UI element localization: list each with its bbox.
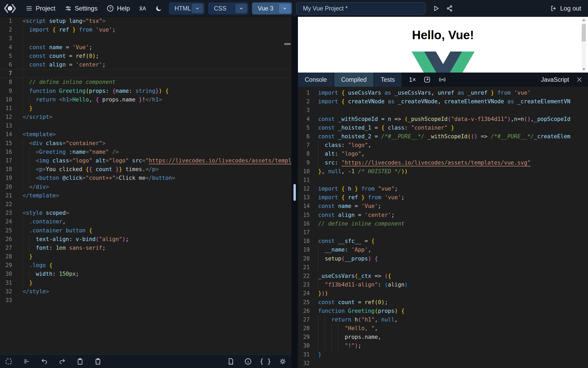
code-line: 21 [298, 263, 588, 272]
undo-button[interactable] [40, 357, 48, 365]
css-editor-select[interactable]: CSS [208, 2, 248, 14]
close-icon [576, 76, 583, 83]
project-menu-label: Project [36, 5, 55, 12]
line-number: 22 [298, 272, 310, 280]
code-line: 32 [298, 359, 588, 368]
script-editor-select[interactable]: Vue 3 [252, 2, 292, 14]
code-line: 22_useCssVars(_ctx => ({ [298, 272, 588, 280]
line-number: 31 [298, 350, 310, 359]
tab-console[interactable]: Console [298, 73, 334, 87]
project-info-button[interactable] [244, 357, 252, 365]
code-line: 17<img class="logo" alt="logo" src="http… [0, 156, 291, 165]
settings-menu[interactable]: Settings [65, 5, 98, 12]
code-line: 26function Greeting(props) { [298, 307, 588, 315]
app-header: Project Settings ? Help x̄A HTML CSS Vue… [0, 0, 588, 17]
custom-settings-button[interactable]: { } [261, 357, 269, 365]
script-select-label: Vue 3 [258, 5, 273, 12]
code-line: 28} [0, 252, 291, 261]
code-line: 21</template> [0, 191, 291, 200]
css-select-label: CSS [214, 5, 226, 12]
line-number: 10 [0, 95, 12, 104]
format-icon [23, 358, 30, 365]
redo-button[interactable] [58, 357, 66, 365]
line-number: 27 [298, 315, 310, 324]
split-gutter[interactable] [291, 17, 298, 368]
tools-bar: Console Compiled Tests 1× JavaScript [298, 73, 588, 87]
scroll-up-arrow[interactable] [582, 19, 585, 21]
tab-console-label: Console [305, 76, 327, 83]
select-all-button[interactable] [5, 357, 13, 365]
code-line: 19__name: 'App', [298, 246, 588, 254]
compiled-code-viewer[interactable]: 1import { useCssVars as _useCssVars, unr… [298, 87, 588, 368]
copy-as-data-url-button[interactable]: (-) [94, 357, 102, 365]
help-menu[interactable]: ? Help [107, 5, 130, 12]
run-button[interactable] [433, 5, 439, 12]
result-scrollbar[interactable] [582, 17, 586, 72]
tab-compiled[interactable]: Compiled [334, 73, 373, 87]
logout-button[interactable]: Log out [550, 0, 581, 17]
line-number: 3 [298, 106, 310, 115]
code-line: 33 [0, 296, 291, 305]
line-number: 14 [298, 202, 310, 211]
source-code-editor[interactable]: 1<script setup lang="tsx">2import { ref … [0, 17, 291, 354]
zoom-level-button[interactable]: 1× [409, 76, 416, 83]
split-drag-handle[interactable] [293, 184, 296, 201]
clipboard-data-url-icon: (-) [94, 358, 101, 365]
code-line: 16<Greeting :name="name" /> [0, 148, 291, 156]
tab-tests[interactable]: Tests [374, 73, 402, 87]
chevron-down-icon [279, 4, 291, 13]
external-resources-button[interactable]: (-) [227, 357, 235, 365]
line-number: 23 [0, 209, 12, 217]
result-heading: Hello, Vue! [298, 28, 588, 42]
chevron-down-icon [235, 4, 247, 13]
logout-label: Log out [560, 5, 581, 12]
livecodes-logo[interactable] [4, 3, 16, 13]
line-number: 29 [0, 261, 12, 270]
line-number: 25 [298, 298, 310, 307]
line-number: 3 [0, 34, 12, 43]
line-number: 9 [0, 87, 12, 95]
line-number: 18 [298, 237, 310, 246]
code-line: 24.container, [0, 217, 291, 226]
line-number: 7 [298, 141, 310, 150]
select-all-icon [5, 358, 12, 365]
editor-settings-button[interactable] [279, 357, 287, 365]
project-menu[interactable]: Project [26, 5, 55, 12]
html-editor-select[interactable]: HTML [169, 2, 204, 14]
line-number: 24 [0, 217, 12, 226]
line-number: 26 [0, 235, 12, 244]
code-line: 23<style scoped> [0, 209, 291, 217]
format-code-button[interactable] [23, 357, 30, 365]
code-line: 30"!"); [298, 341, 588, 350]
open-in-new-window-button[interactable] [424, 76, 430, 83]
line-number: 27 [0, 244, 12, 252]
dark-mode-toggle[interactable] [155, 5, 162, 12]
line-number: 22 [0, 200, 12, 209]
scroll-down-arrow[interactable] [582, 68, 585, 70]
line-number: 20 [298, 254, 310, 263]
line-number: 28 [298, 324, 310, 333]
code-line: 5const count = ref(0); [0, 52, 291, 60]
tab-compiled-label: Compiled [341, 76, 366, 83]
open-window-icon [424, 76, 430, 83]
code-line: 27font: 1em sans-serif; [0, 244, 291, 252]
scrollbar-thumb[interactable] [582, 24, 586, 42]
vue-logo [412, 52, 475, 73]
line-number: 18 [0, 165, 12, 174]
line-number: 7 [0, 69, 12, 78]
translate-button[interactable]: x̄A [139, 5, 146, 12]
share-icon [446, 5, 453, 12]
sliders-icon [65, 5, 72, 12]
code-line: 2import { createVNode as _createVNode, c… [298, 97, 588, 106]
share-button[interactable] [446, 5, 453, 12]
project-title-input[interactable]: My Vue Project * [296, 2, 426, 14]
line-number: 28 [0, 252, 12, 261]
play-icon [433, 5, 439, 12]
info-icon [245, 358, 251, 365]
code-line: 11} [0, 104, 291, 113]
logout-icon [550, 5, 557, 12]
close-tools-button[interactable] [576, 76, 583, 83]
broadcast-button[interactable] [438, 76, 446, 83]
line-number: 21 [298, 263, 310, 272]
copy-code-button[interactable] [76, 357, 84, 365]
